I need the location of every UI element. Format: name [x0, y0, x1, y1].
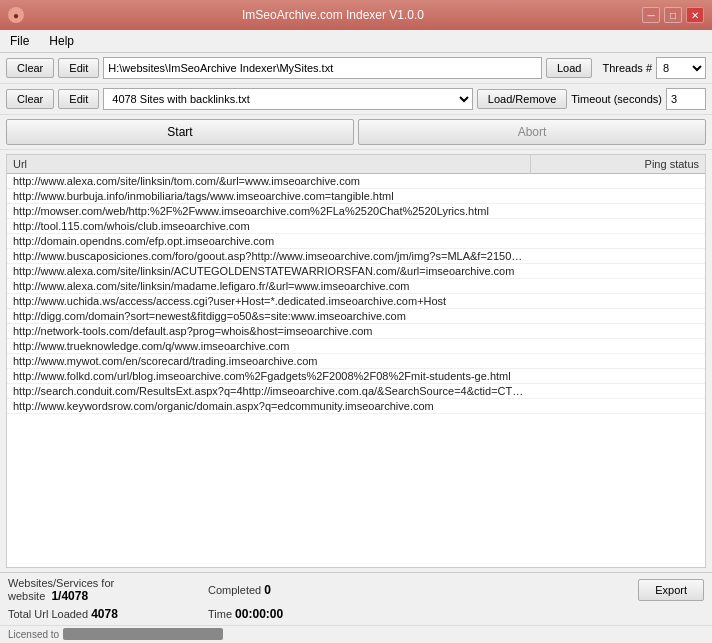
table-row: http://www.folkd.com/url/blog.imseoarchi…	[7, 369, 705, 384]
status-row-1: Websites/Services forwebsite 1/4078 Comp…	[0, 573, 712, 605]
ping-cell	[531, 264, 706, 279]
table-row: http://www.trueknowledge.com/q/www.imseo…	[7, 339, 705, 354]
load-button[interactable]: Load	[546, 58, 592, 78]
ping-cell	[531, 219, 706, 234]
url-cell: http://www.burbuja.info/inmobiliaria/tag…	[7, 189, 531, 204]
url-section: Url Ping status http://www.alexa.com/sit…	[0, 150, 712, 572]
abort-button[interactable]: Abort	[358, 119, 706, 145]
table-row: http://network-tools.com/default.asp?pro…	[7, 324, 705, 339]
url-cell: http://www.uchida.ws/access/access.cgi?u…	[7, 294, 531, 309]
minimize-button[interactable]: ─	[642, 7, 660, 23]
timeout-label: Timeout (seconds)	[571, 93, 662, 105]
window-controls: ─ □ ✕	[642, 7, 704, 23]
window-title: ImSeoArchive.com Indexer V1.0.0	[24, 8, 642, 22]
threads-select[interactable]: 8 1241632	[656, 57, 706, 79]
websites-label: Websites/Services forwebsite 1/4078	[8, 577, 114, 603]
total-url-status: Total Url Loaded 4078	[8, 607, 188, 621]
url-cell: http://search.conduit.com/ResultsExt.asp…	[7, 384, 531, 399]
table-row: http://www.mywot.com/en/scorecard/tradin…	[7, 354, 705, 369]
edit-button-1[interactable]: Edit	[58, 58, 99, 78]
total-url-label: Total Url Loaded 4078	[8, 607, 118, 621]
total-url-value: 4078	[91, 607, 118, 621]
ping-cell	[531, 234, 706, 249]
url-cell: http://www.alexa.com/site/linksin/madame…	[7, 279, 531, 294]
completed-value: 0	[264, 583, 271, 597]
ping-cell	[531, 339, 706, 354]
url-table-container[interactable]: Url Ping status http://www.alexa.com/sit…	[6, 154, 706, 568]
table-row: http://search.conduit.com/ResultsExt.asp…	[7, 384, 705, 399]
table-row: http://www.alexa.com/site/linksin/ACUTEG…	[7, 264, 705, 279]
menu-file[interactable]: File	[4, 32, 35, 50]
ping-cell	[531, 399, 706, 414]
ping-cell	[531, 369, 706, 384]
url-cell: http://www.alexa.com/site/linksin/tom.co…	[7, 174, 531, 189]
ping-cell	[531, 324, 706, 339]
load-remove-button[interactable]: Load/Remove	[477, 89, 568, 109]
ping-cell	[531, 294, 706, 309]
timeout-input[interactable]	[666, 88, 706, 110]
menu-bar: File Help	[0, 30, 712, 53]
table-row: http://www.alexa.com/site/linksin/tom.co…	[7, 174, 705, 189]
time-label: Time 00:00:00	[208, 607, 283, 621]
websites-status: Websites/Services forwebsite 1/4078	[8, 577, 188, 603]
action-row: Start Abort	[0, 115, 712, 150]
status-row-2: Total Url Loaded 4078 Time 00:00:00	[0, 605, 712, 625]
ping-cell	[531, 279, 706, 294]
url-cell: http://www.keywordsrow.com/organic/domai…	[7, 399, 531, 414]
table-row: http://mowser.com/web/http:%2F%2Fwww.ims…	[7, 204, 705, 219]
url-cell: http://mowser.com/web/http:%2F%2Fwww.ims…	[7, 204, 531, 219]
file-path-input[interactable]	[103, 57, 542, 79]
websites-value: 1/4078	[51, 589, 88, 603]
ping-cell	[531, 354, 706, 369]
url-cell: http://www.buscaposiciones.com/foro/goou…	[7, 249, 531, 264]
license-bar: Licensed to	[0, 625, 712, 642]
time-status: Time 00:00:00	[188, 607, 704, 621]
threads-label: Threads #	[602, 62, 652, 74]
table-row: http://www.burbuja.info/inmobiliaria/tag…	[7, 189, 705, 204]
export-section: Export	[584, 579, 704, 601]
sites-dropdown[interactable]: 4078 Sites with backlinks.txt	[103, 88, 473, 110]
maximize-button[interactable]: □	[664, 7, 682, 23]
toolbar-row-2: Clear Edit 4078 Sites with backlinks.txt…	[0, 84, 712, 115]
table-row: http://domain.opendns.com/efp.opt.imseoa…	[7, 234, 705, 249]
start-button[interactable]: Start	[6, 119, 354, 145]
ping-cell	[531, 384, 706, 399]
url-table: Url Ping status http://www.alexa.com/sit…	[7, 155, 705, 414]
col-header-url: Url	[7, 155, 531, 174]
completed-label: Completed 0	[208, 583, 271, 597]
table-row: http://www.keywordsrow.com/organic/domai…	[7, 399, 705, 414]
url-cell: http://tool.115.com/whois/club.imseoarch…	[7, 219, 531, 234]
title-bar: ● ImSeoArchive.com Indexer V1.0.0 ─ □ ✕	[0, 0, 712, 30]
table-row: http://digg.com/domain?sort=newest&fitdi…	[7, 309, 705, 324]
license-value	[63, 628, 223, 640]
ping-cell	[531, 249, 706, 264]
completed-status: Completed 0	[188, 583, 584, 597]
table-row: http://tool.115.com/whois/club.imseoarch…	[7, 219, 705, 234]
url-cell: http://www.trueknowledge.com/q/www.imseo…	[7, 339, 531, 354]
menu-help[interactable]: Help	[43, 32, 80, 50]
table-row: http://www.uchida.ws/access/access.cgi?u…	[7, 294, 705, 309]
app-icon: ●	[8, 7, 24, 23]
col-header-ping: Ping status	[531, 155, 706, 174]
url-cell: http://domain.opendns.com/efp.opt.imseoa…	[7, 234, 531, 249]
export-button[interactable]: Export	[638, 579, 704, 601]
clear-button-1[interactable]: Clear	[6, 58, 54, 78]
close-button[interactable]: ✕	[686, 7, 704, 23]
ping-cell	[531, 189, 706, 204]
ping-cell	[531, 309, 706, 324]
url-cell: http://www.mywot.com/en/scorecard/tradin…	[7, 354, 531, 369]
time-value: 00:00:00	[235, 607, 283, 621]
clear-button-2[interactable]: Clear	[6, 89, 54, 109]
license-label: Licensed to	[8, 629, 59, 640]
status-rows: Websites/Services forwebsite 1/4078 Comp…	[0, 572, 712, 625]
ping-cell	[531, 174, 706, 189]
ping-cell	[531, 204, 706, 219]
toolbar-row-1: Clear Edit Load Threads # 8 1241632	[0, 53, 712, 84]
url-cell: http://network-tools.com/default.asp?pro…	[7, 324, 531, 339]
edit-button-2[interactable]: Edit	[58, 89, 99, 109]
url-cell: http://digg.com/domain?sort=newest&fitdi…	[7, 309, 531, 324]
table-row: http://www.buscaposiciones.com/foro/goou…	[7, 249, 705, 264]
table-row: http://www.alexa.com/site/linksin/madame…	[7, 279, 705, 294]
url-cell: http://www.alexa.com/site/linksin/ACUTEG…	[7, 264, 531, 279]
url-cell: http://www.folkd.com/url/blog.imseoarchi…	[7, 369, 531, 384]
